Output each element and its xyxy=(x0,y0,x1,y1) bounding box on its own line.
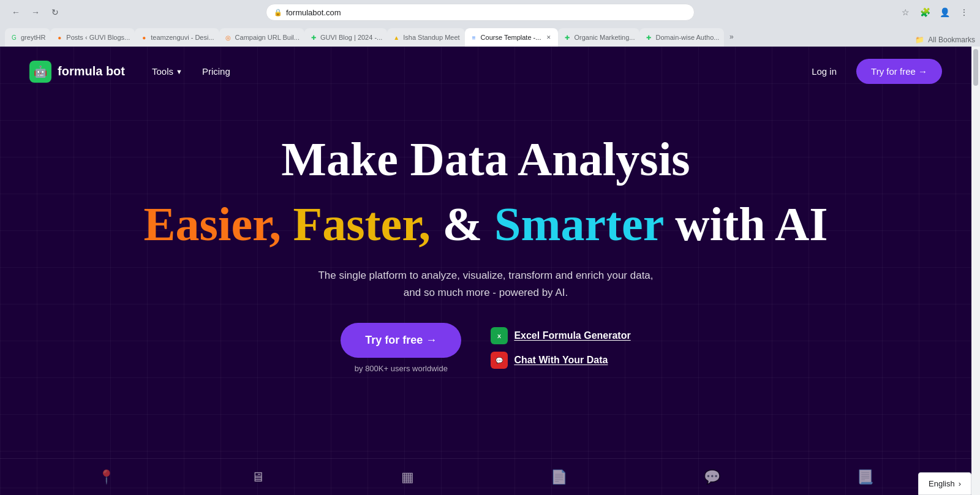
tools-menu-item[interactable]: Tools ▼ xyxy=(145,61,190,81)
tab-favicon: ▲ xyxy=(392,33,401,42)
bottom-icon-5: 💬 xyxy=(704,469,720,485)
logo-icon: 🤖 xyxy=(29,61,51,83)
tab-favicon: ● xyxy=(140,33,148,42)
hero-section: Make Data Analysis Easier, Faster, & Sma… xyxy=(0,96,971,398)
language-button[interactable]: English › xyxy=(918,472,971,495)
tab-favicon: ◎ xyxy=(224,33,233,42)
pricing-menu-item[interactable]: Pricing xyxy=(195,61,238,81)
hero-title-line2: Easier, Faster, & Smarter with AI xyxy=(12,195,959,253)
tab-grythr[interactable]: G greytHR xyxy=(5,28,50,47)
hero-title-line1: Make Data Analysis xyxy=(12,133,959,186)
bottom-bar: 📍 🖥 ▦ 📄 💬 📃 xyxy=(0,458,971,495)
svg-text:X: X xyxy=(497,333,501,339)
word-faster: Faster, xyxy=(293,197,431,251)
all-bookmarks-link[interactable]: 📁 All Bookmarks xyxy=(915,36,975,44)
tab-favicon: ✚ xyxy=(309,33,318,42)
tab-campaign-url[interactable]: ◎ Campaign URL Buil... xyxy=(219,28,304,47)
excel-link-label: Excel Formula Generator xyxy=(514,330,630,341)
bookmark-button[interactable]: ☆ xyxy=(897,4,914,21)
pricing-label: Pricing xyxy=(202,66,230,77)
tab-close-icon[interactable]: ✕ xyxy=(545,33,553,42)
tab-label: greytHR xyxy=(21,34,45,41)
hero-try-free-button[interactable]: Try for free → xyxy=(341,323,461,358)
tab-label: Campaign URL Buil... xyxy=(235,34,300,41)
forward-button[interactable]: → xyxy=(27,4,44,21)
try-for-free-button[interactable]: Try for free → xyxy=(856,59,942,84)
titlebar: ← → ↻ 🔒 formulabot.com ☆ 🧩 👤 ⋮ xyxy=(0,0,980,25)
tab-favicon: ● xyxy=(55,33,64,42)
word-rest: with AI xyxy=(675,197,827,251)
browser-chrome: ← → ↻ 🔒 formulabot.com ☆ 🧩 👤 ⋮ G greytHR… xyxy=(0,0,980,47)
bookmarks-folder-icon: 📁 xyxy=(915,36,924,44)
tab-label: Isha Standup Meet xyxy=(403,34,459,41)
hero-users-text: by 800K+ users worldwide xyxy=(355,364,448,373)
tab-domain-wise[interactable]: ✚ Domain-wise Autho... xyxy=(639,28,724,47)
nav-right: Log in Try for free → xyxy=(802,59,942,84)
profile-button[interactable]: 👤 xyxy=(936,4,953,21)
tab-label: Organic Marketing... xyxy=(574,34,635,41)
scrollbar[interactable] xyxy=(971,47,980,495)
tools-chevron-icon: ▼ xyxy=(176,68,183,75)
tabs-more-button[interactable]: » xyxy=(724,29,739,44)
tab-teamzenguvi[interactable]: ● teamzenguvi - Desi... xyxy=(135,28,219,47)
bottom-icon-3: ▦ xyxy=(401,469,414,485)
tab-course-template[interactable]: ≡ Course Template -... ✕ xyxy=(465,28,559,47)
nav-controls: ← → ↻ xyxy=(7,4,64,21)
logo-text: formula bot xyxy=(58,64,125,78)
url-text: formulabot.com xyxy=(286,8,341,17)
tab-organic-marketing[interactable]: ✚ Organic Marketing... xyxy=(558,28,639,47)
navbar: 🤖 formula bot Tools ▼ Pricing Log in Try… xyxy=(0,47,971,96)
extensions-button[interactable]: 🧩 xyxy=(916,4,933,21)
word-easier: Easier, xyxy=(143,197,281,251)
tools-label: Tools xyxy=(152,66,173,77)
tab-label: GUVI Blog | 2024 -... xyxy=(320,34,382,41)
bottom-icon-6: 📃 xyxy=(857,469,873,485)
tab-label: Posts ‹ GUVI Blogs... xyxy=(66,34,130,41)
tabs-bar: G greytHR ● Posts ‹ GUVI Blogs... ● team… xyxy=(0,25,980,47)
tab-label: Course Template -... xyxy=(481,34,541,41)
language-label: English xyxy=(929,479,955,488)
page-content: 🤖 formula bot Tools ▼ Pricing Log in Try… xyxy=(0,47,971,495)
language-arrow-icon: › xyxy=(959,479,961,488)
bottom-icon-4: 📄 xyxy=(551,469,567,485)
tab-guvi-blogs[interactable]: ● Posts ‹ GUVI Blogs... xyxy=(50,28,135,47)
scrollbar-thumb[interactable] xyxy=(973,49,978,86)
chat-data-link[interactable]: 💬 Chat With Your Data xyxy=(491,352,630,369)
nav-menu: Tools ▼ Pricing xyxy=(145,61,238,81)
tab-favicon: G xyxy=(10,33,18,42)
lock-icon: 🔒 xyxy=(274,9,282,17)
bottom-icon-1: 📍 xyxy=(98,469,115,485)
svg-text:💬: 💬 xyxy=(496,357,503,365)
address-bar-wrapper: 🔒 formulabot.com xyxy=(69,4,892,21)
tab-favicon: ✚ xyxy=(563,33,571,42)
word-amp: & xyxy=(443,197,494,251)
tab-label: teamzenguvi - Desi... xyxy=(151,34,214,41)
logo-area[interactable]: 🤖 formula bot xyxy=(29,61,125,83)
word-smarter: Smarter xyxy=(494,197,663,251)
address-bar[interactable]: 🔒 formulabot.com xyxy=(266,4,695,21)
tab-isha-standup[interactable]: ▲ Isha Standup Meet xyxy=(387,28,464,47)
tab-favicon: ✚ xyxy=(644,33,653,42)
tab-favicon: ≡ xyxy=(470,33,478,42)
all-bookmarks-label: All Bookmarks xyxy=(928,36,975,44)
excel-icon: X xyxy=(491,327,508,344)
refresh-button[interactable]: ↻ xyxy=(47,4,64,21)
hero-cta-area: Try for free → by 800K+ users worldwide xyxy=(341,323,461,373)
chat-icon: 💬 xyxy=(491,352,508,369)
tab-guvi-blog[interactable]: ✚ GUVI Blog | 2024 -... xyxy=(304,28,387,47)
nav-left: 🤖 formula bot Tools ▼ Pricing xyxy=(29,61,238,83)
tab-label: Domain-wise Autho... xyxy=(655,34,719,41)
hero-actions: Try for free → by 800K+ users worldwide … xyxy=(12,323,959,373)
bottom-icon-2: 🖥 xyxy=(251,469,265,485)
hero-quick-links: X Excel Formula Generator 💬 Chat With Yo… xyxy=(491,327,630,369)
chat-link-label: Chat With Your Data xyxy=(514,355,608,366)
browser-action-buttons: ☆ 🧩 👤 ⋮ xyxy=(897,4,973,21)
excel-formula-link[interactable]: X Excel Formula Generator xyxy=(491,327,630,344)
hero-subtitle: The single platform to analyze, visualiz… xyxy=(314,267,657,300)
menu-button[interactable]: ⋮ xyxy=(956,4,973,21)
login-button[interactable]: Log in xyxy=(802,61,846,81)
back-button[interactable]: ← xyxy=(7,4,24,21)
